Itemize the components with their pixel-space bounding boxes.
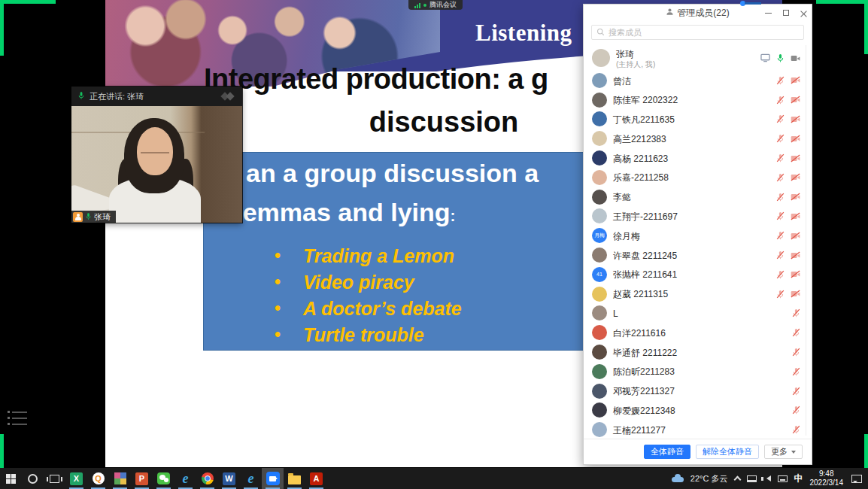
- internet-explorer-button[interactable]: e: [175, 468, 196, 489]
- member-row[interactable]: 陈佳军 2202322: [584, 90, 812, 110]
- mic-off-icon[interactable]: [776, 290, 785, 299]
- excel-button[interactable]: X: [65, 468, 87, 489]
- member-row[interactable]: 陈泊昕2211283: [584, 362, 812, 381]
- qq-browser-button[interactable]: Q: [87, 468, 109, 489]
- member-row[interactable]: 张琦 (主持人, 我): [584, 45, 812, 71]
- member-row[interactable]: 41 张抛梓 2211641: [584, 265, 812, 284]
- member-row[interactable]: 柳爱媛2212348: [584, 401, 812, 421]
- cam-off-icon[interactable]: [791, 232, 800, 240]
- member-row[interactable]: 高杨 2211623: [584, 148, 812, 168]
- member-avatar: 月梅: [592, 228, 607, 243]
- desktop-accent-bottom-left-v: [0, 434, 4, 468]
- mic-off-icon[interactable]: [776, 251, 785, 260]
- weather-text[interactable]: 22°C 多云: [690, 473, 728, 484]
- search-input[interactable]: 搜索成员: [591, 25, 804, 40]
- member-row[interactable]: 丁铁凡2211635: [584, 110, 812, 129]
- mic-off-icon[interactable]: [792, 387, 800, 396]
- member-row[interactable]: 李懿: [584, 187, 812, 207]
- mic-off-icon[interactable]: [776, 76, 785, 85]
- scrollbar-track[interactable]: [806, 45, 806, 436]
- cam-on-icon[interactable]: [791, 54, 800, 62]
- internet-explorer-2-button[interactable]: e: [240, 468, 262, 489]
- cam-off-icon[interactable]: [791, 154, 800, 162]
- cam-off-icon[interactable]: [791, 115, 800, 123]
- member-row[interactable]: 乐嘉-2211258: [584, 168, 812, 187]
- word-button[interactable]: W: [218, 468, 240, 489]
- wechat-button[interactable]: [153, 468, 175, 489]
- powerpoint-button[interactable]: P: [131, 468, 153, 489]
- cortana-button[interactable]: [22, 468, 44, 489]
- member-row[interactable]: 赵葳 2211315: [584, 284, 812, 304]
- mic-off-icon[interactable]: [792, 405, 800, 415]
- mic-off-icon[interactable]: [776, 211, 785, 220]
- member-row[interactable]: L: [584, 304, 812, 323]
- unmute-all-button[interactable]: 解除全体静音: [696, 445, 759, 459]
- member-row[interactable]: 白洋2211616: [584, 323, 812, 342]
- mic-off-icon[interactable]: [792, 425, 800, 434]
- close-button[interactable]: [800, 10, 807, 17]
- chevron-down-icon: [791, 451, 796, 456]
- member-row[interactable]: 高兰2212383: [584, 129, 812, 148]
- meeting-status-pill[interactable]: 腾讯会议: [408, 0, 463, 10]
- member-row[interactable]: 邓视芳2211327: [584, 381, 812, 401]
- cam-off-icon[interactable]: [791, 135, 800, 143]
- mic-off-icon[interactable]: [792, 367, 800, 376]
- tencent-meeting-button[interactable]: [262, 468, 284, 489]
- cam-off-icon[interactable]: [791, 173, 800, 181]
- video-title-bar[interactable]: 正在讲话: 张琦: [71, 87, 242, 106]
- desktop-list-icon[interactable]: [8, 411, 27, 429]
- mic-off-icon[interactable]: [776, 96, 785, 105]
- task-view-button[interactable]: [44, 468, 65, 489]
- photos-button[interactable]: [109, 468, 131, 489]
- clock[interactable]: 9:482022/3/14: [810, 469, 844, 487]
- member-avatar: [592, 93, 607, 108]
- mute-all-button[interactable]: 全体静音: [644, 445, 690, 459]
- cam-off-icon[interactable]: [791, 251, 800, 260]
- mic-off-icon[interactable]: [776, 173, 785, 182]
- member-row[interactable]: 毕通舒 2211222: [584, 342, 812, 362]
- ime-indicator[interactable]: 中: [794, 472, 803, 485]
- mic-off-icon[interactable]: [776, 153, 785, 162]
- cam-off-icon[interactable]: [791, 290, 800, 298]
- cam-off-icon[interactable]: [791, 270, 800, 278]
- minimize-button[interactable]: [765, 13, 772, 14]
- member-panel: 管理成员(22) 搜索成员 张琦 (主持人, 我) 曾洁 陈佳军 2202322: [583, 4, 812, 465]
- more-button[interactable]: 更多: [764, 445, 803, 459]
- member-name: 白洋2211616: [613, 328, 666, 339]
- show-hidden-icons-caret[interactable]: [733, 476, 741, 484]
- mic-off-icon[interactable]: [776, 193, 785, 202]
- volume-icon[interactable]: [763, 475, 771, 481]
- screen-icon[interactable]: [760, 53, 770, 62]
- top-slider[interactable]: [740, 1, 761, 6]
- mic-on-icon[interactable]: [776, 53, 785, 62]
- start-button[interactable]: [0, 468, 22, 489]
- action-center-icon[interactable]: [851, 475, 862, 483]
- member-row[interactable]: 王翔宇-2211697: [584, 207, 812, 226]
- mic-off-icon[interactable]: [792, 328, 800, 337]
- chrome-button[interactable]: [196, 468, 218, 489]
- member-row[interactable]: 王楠2211277: [584, 420, 812, 439]
- mic-off-icon[interactable]: [776, 134, 785, 143]
- video-window[interactable]: 正在讲话: 张琦 张琦: [71, 87, 242, 223]
- cam-off-icon[interactable]: [791, 96, 800, 104]
- display-device-icon[interactable]: [747, 475, 757, 482]
- member-row[interactable]: 许翠盘 2211245: [584, 245, 812, 265]
- panel-title-bar[interactable]: 管理成员(22): [584, 5, 812, 21]
- maximize-button[interactable]: [783, 10, 789, 16]
- member-row[interactable]: 月梅 徐月梅: [584, 226, 812, 245]
- member-badge-icon: [73, 212, 83, 222]
- mic-off-icon[interactable]: [776, 270, 785, 279]
- mic-off-icon[interactable]: [792, 348, 800, 357]
- touch-keyboard-icon[interactable]: [778, 475, 788, 482]
- cam-off-icon[interactable]: [791, 76, 800, 84]
- mic-off-icon[interactable]: [776, 114, 785, 123]
- cam-off-icon[interactable]: [791, 193, 800, 201]
- cam-off-icon[interactable]: [791, 212, 800, 220]
- file-explorer-button[interactable]: [284, 468, 305, 489]
- member-row[interactable]: 曾洁: [584, 71, 812, 90]
- members-icon: [666, 8, 674, 18]
- member-status-icons: [776, 173, 800, 182]
- mic-off-icon[interactable]: [776, 231, 785, 240]
- mic-off-icon[interactable]: [792, 308, 800, 317]
- acrobat-button[interactable]: A: [305, 468, 327, 489]
